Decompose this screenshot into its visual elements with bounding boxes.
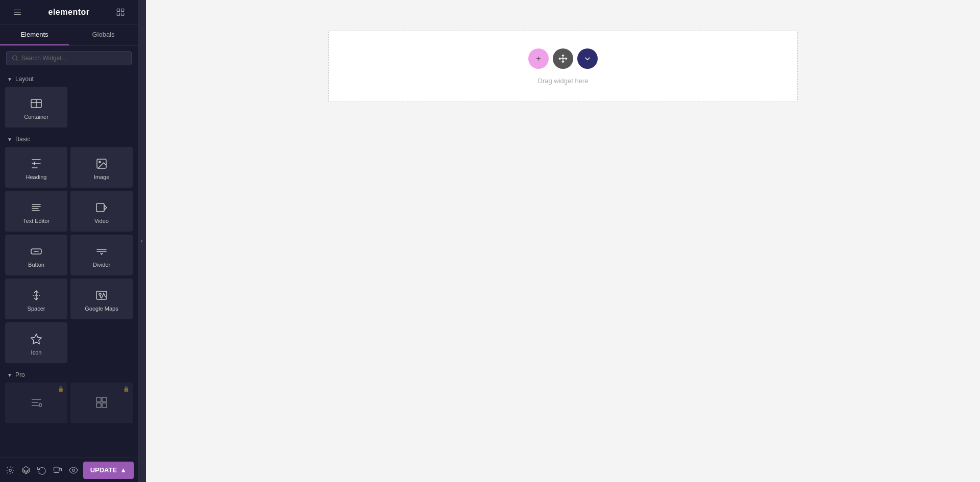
widget-price-table[interactable]: 🔒 <box>70 383 133 423</box>
widget-text-editor[interactable]: Text Editor <box>5 191 67 232</box>
widget-spacer[interactable]: Spacer <box>5 278 67 319</box>
svg-rect-3 <box>117 9 119 11</box>
canvas-controls: + <box>528 48 598 69</box>
hamburger-button[interactable] <box>8 3 27 21</box>
collapse-panel[interactable]: ‹ <box>138 0 146 482</box>
container-label: Container <box>24 114 48 120</box>
button-icon <box>29 244 43 259</box>
google-maps-icon <box>94 288 109 302</box>
canvas-frame: + Drag widget here <box>328 31 798 102</box>
image-label: Image <box>94 174 110 180</box>
collapse-icon: ‹ <box>141 238 142 244</box>
svg-rect-37 <box>102 403 107 408</box>
layout-arrow-icon: ▼ <box>7 77 12 82</box>
widget-image[interactable]: Image <box>70 147 133 188</box>
heading-label: Heading <box>26 174 47 180</box>
icon-widget-icon <box>29 332 43 346</box>
layout-section-label: Layout <box>15 75 34 83</box>
price-table-icon <box>94 395 109 410</box>
basic-section-header[interactable]: ▼ Basic <box>0 131 138 147</box>
preview-button[interactable] <box>67 461 80 479</box>
grid-button[interactable] <box>111 3 130 21</box>
update-button[interactable]: UPDATE ▲ <box>83 462 134 479</box>
search-input[interactable] <box>21 55 126 62</box>
widget-video[interactable]: Video <box>70 191 133 232</box>
divider-icon <box>94 244 109 259</box>
sidebar: elementor Elements Globals ▼ Layout <box>0 0 138 482</box>
svg-rect-40 <box>54 467 60 471</box>
sidebar-tabs: Elements Globals <box>0 24 138 46</box>
drag-hint: Drag widget here <box>538 77 589 85</box>
pro-widgets-grid: 🔒 🔒 <box>0 383 138 426</box>
svg-rect-19 <box>96 204 104 212</box>
svg-rect-6 <box>121 13 124 15</box>
responsive-button[interactable] <box>52 461 64 479</box>
layers-button[interactable] <box>20 461 33 479</box>
add-widget-button[interactable]: + <box>528 48 549 69</box>
svg-rect-41 <box>59 468 62 471</box>
svg-point-14 <box>99 161 101 163</box>
widget-button[interactable]: Button <box>5 235 67 275</box>
svg-point-38 <box>9 469 12 471</box>
pro-arrow-icon: ▼ <box>7 372 12 378</box>
settings-canvas-button[interactable] <box>577 48 598 69</box>
search-icon <box>12 55 18 62</box>
widget-heading[interactable]: T Heading <box>5 147 67 188</box>
basic-section-label: Basic <box>15 136 30 143</box>
widget-icon[interactable]: Icon <box>5 322 67 363</box>
settings-button[interactable] <box>4 461 17 479</box>
tab-elements[interactable]: Elements <box>0 24 69 45</box>
basic-widgets-grid: T Heading Image Text Editor <box>0 147 138 366</box>
move-button[interactable] <box>553 48 573 69</box>
pro-section-label: Pro <box>15 371 25 378</box>
sidebar-bottom-bar: UPDATE ▲ <box>0 458 138 482</box>
logo: elementor <box>48 8 90 17</box>
pro-section-header[interactable]: ▼ Pro <box>0 366 138 383</box>
heading-icon: T <box>29 157 43 171</box>
svg-rect-36 <box>96 403 101 408</box>
update-label: UPDATE <box>90 466 117 474</box>
widget-container[interactable]: Container <box>5 87 67 128</box>
history-button[interactable] <box>36 461 48 479</box>
svg-rect-35 <box>102 397 107 402</box>
svg-text:T: T <box>33 161 36 166</box>
svg-line-8 <box>16 59 17 60</box>
price-list-icon <box>29 395 43 410</box>
google-maps-label: Google Maps <box>85 306 118 312</box>
price-list-lock-icon: 🔒 <box>58 386 64 392</box>
layout-section-header[interactable]: ▼ Layout <box>0 70 138 87</box>
widget-google-maps[interactable]: Google Maps <box>70 278 133 319</box>
text-editor-label: Text Editor <box>23 218 50 224</box>
text-editor-icon <box>29 200 43 215</box>
sidebar-header: elementor <box>0 0 138 24</box>
video-label: Video <box>94 218 109 224</box>
tab-globals[interactable]: Globals <box>69 24 138 45</box>
spacer-icon <box>29 288 43 302</box>
svg-marker-29 <box>31 334 41 344</box>
video-icon <box>94 200 109 215</box>
svg-rect-5 <box>117 13 119 15</box>
svg-point-43 <box>72 469 75 471</box>
spacer-label: Spacer <box>28 306 45 312</box>
sidebar-content: ▼ Layout Container ▼ Basic T Heading <box>0 70 138 458</box>
button-label: Button <box>28 262 44 268</box>
update-arrow-icon: ▲ <box>120 466 127 474</box>
widget-divider[interactable]: Divider <box>70 235 133 275</box>
container-icon <box>29 96 43 111</box>
layout-widgets-grid: Container <box>0 87 138 131</box>
svg-point-28 <box>99 293 101 295</box>
svg-rect-33 <box>39 403 41 407</box>
svg-point-7 <box>13 56 17 60</box>
svg-marker-20 <box>104 205 107 210</box>
price-table-lock-icon: 🔒 <box>123 386 129 392</box>
search-box[interactable] <box>6 51 132 65</box>
divider-label: Divider <box>93 262 110 268</box>
svg-rect-34 <box>96 397 101 402</box>
image-icon <box>94 157 109 171</box>
svg-rect-4 <box>121 9 124 11</box>
icon-label: Icon <box>31 349 42 356</box>
widget-price-list[interactable]: 🔒 <box>5 383 67 423</box>
basic-arrow-icon: ▼ <box>7 137 12 142</box>
main-canvas: + Drag widget here <box>146 0 980 482</box>
